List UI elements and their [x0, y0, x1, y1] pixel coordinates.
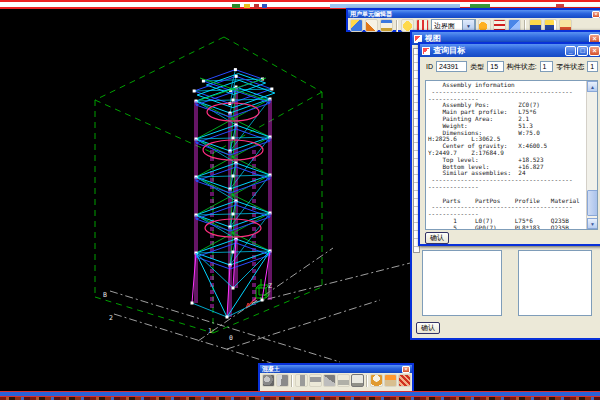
pour-icon[interactable]: [384, 374, 397, 387]
component-editor-titlebar[interactable]: 用户单元编辑器 ×: [348, 10, 600, 18]
grid-label-b: B: [103, 291, 107, 299]
assembly-status-label: 构件状态:: [507, 62, 537, 72]
pad-footing-icon[interactable]: [262, 374, 275, 387]
ucs-z-label: Z: [268, 282, 272, 290]
strand-icon[interactable]: [370, 374, 383, 387]
close-icon[interactable]: ×: [589, 46, 600, 56]
inquire-fields-row: ID 24391 类型 15 构件状态: 1 零件状态 1: [420, 57, 600, 74]
report-scrollbar[interactable]: ▲ ▼: [586, 81, 597, 229]
component-editor-toolbar-window: 用户单元编辑器 × 边界面 ▼: [346, 8, 600, 32]
part-status-field[interactable]: 1: [587, 61, 598, 72]
artifact-fragment: [232, 4, 240, 8]
artifact-fragment: [254, 4, 259, 8]
inquire-dialog-titlebar[interactable]: 查询目标 _ □ ×: [420, 44, 600, 57]
window-icon: [422, 47, 430, 55]
close-icon[interactable]: ×: [592, 11, 600, 18]
bend-tool-icon[interactable]: [365, 19, 378, 32]
toolbar-separator: [366, 375, 368, 387]
id-field[interactable]: 24391: [436, 61, 467, 72]
grid-label-1: 1: [208, 327, 212, 335]
id-label: ID: [426, 63, 433, 70]
concrete-beam-icon[interactable]: [309, 374, 322, 387]
type-field[interactable]: 15: [487, 61, 503, 72]
part-status-label: 零件状态: [556, 62, 584, 72]
close-icon[interactable]: ×: [402, 366, 410, 373]
concrete-toolbar-titlebar[interactable]: 混凝土 ×: [260, 365, 412, 373]
artifact-fragment: [262, 4, 267, 8]
ok-button[interactable]: 确认: [425, 232, 449, 244]
type-label: 类型: [470, 62, 484, 72]
strip-footing-icon[interactable]: [276, 374, 289, 387]
reinforcement-mesh-icon[interactable]: [398, 374, 411, 387]
view-list-right[interactable]: [518, 250, 592, 316]
window-title: 查询目标: [433, 45, 465, 56]
concrete-panel-icon[interactable]: [351, 374, 364, 387]
grid-label-2: 2: [109, 314, 113, 322]
window-title: 混凝土: [262, 365, 280, 373]
toolbar-separator: [291, 375, 293, 387]
concrete-column-icon[interactable]: [295, 374, 308, 387]
dropdown-value: 边界面: [432, 21, 462, 31]
edit-boundary-icon[interactable]: [350, 19, 363, 32]
assembly-report-text: Assembly information -------------------…: [426, 81, 597, 230]
concrete-toolbar-buttons: [260, 373, 412, 388]
toolbar-separator: [396, 20, 398, 32]
assembly-status-field[interactable]: 1: [540, 61, 554, 72]
maximize-icon[interactable]: □: [577, 46, 588, 56]
window-title: 用户单元编辑器: [350, 10, 392, 18]
concrete-slab-icon[interactable]: [337, 374, 350, 387]
edit-part-icon[interactable]: [380, 19, 393, 32]
view-list-left[interactable]: [422, 250, 502, 316]
desktop-screen: B 2 1 0 Z 用户单元编辑器 × 边界面 ▼: [0, 0, 600, 400]
scroll-down-icon[interactable]: ▼: [587, 218, 598, 229]
scroll-thumb[interactable]: [587, 190, 598, 216]
grid-label-0: 0: [229, 334, 233, 342]
inquire-object-dialog: 查询目标 _ □ × ID 24391 类型 15 构件状态: 1 零件状态 1…: [418, 42, 600, 246]
minimize-icon[interactable]: _: [565, 46, 576, 56]
scroll-up-icon[interactable]: ▲: [587, 81, 598, 92]
concrete-polybeam-icon[interactable]: [323, 374, 336, 387]
ok-button[interactable]: 确认: [416, 322, 440, 334]
assembly-report-area[interactable]: Assembly information -------------------…: [425, 80, 598, 230]
artifact-fragment: [244, 4, 250, 8]
concrete-toolbar-window: 混凝土 ×: [258, 363, 414, 393]
